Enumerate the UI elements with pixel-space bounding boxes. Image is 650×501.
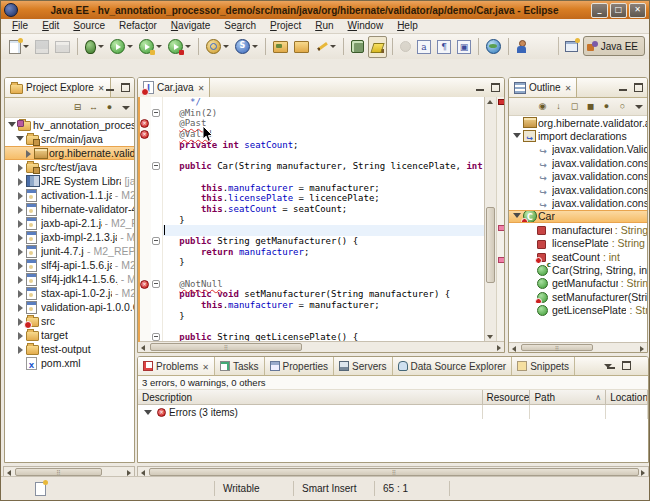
menu-window[interactable]: Window (341, 19, 391, 33)
error-marker-icon[interactable] (140, 119, 149, 128)
code-line[interactable] (163, 225, 484, 236)
tree-item-car-string-string-int-[interactable]: Car(String, String, int) (509, 263, 647, 276)
code-line[interactable]: } (163, 215, 484, 226)
tree-item-src-main-java[interactable]: src/main/java (5, 132, 134, 146)
code-line[interactable]: */ (163, 97, 484, 108)
collapse-arrow-icon[interactable] (144, 410, 152, 415)
expand-arrow-icon[interactable] (18, 262, 23, 270)
code-line[interactable]: this.manufacturer = manufacturer; (163, 300, 484, 311)
collapse-arrow-icon[interactable] (513, 133, 521, 138)
code-line[interactable]: return manufacturer; (163, 247, 484, 258)
tree-item-jaxb-impl-2-1-3-jar[interactable]: jaxb-impl-2.1.3.jar - M (5, 230, 134, 244)
tree-item-javax-validation-valid[interactable]: javax.validation.Valid (509, 143, 647, 156)
tree-item-setmanufacturer-string[interactable]: setManufacturer(String (509, 290, 647, 303)
tab-project-explorer[interactable]: Project Explore (5, 78, 111, 97)
editor-horizontal-scrollbar[interactable] (138, 341, 504, 352)
close-icon[interactable] (197, 82, 205, 93)
open-resource-button[interactable] (292, 37, 311, 57)
error-marker-icon[interactable] (140, 130, 149, 139)
annotate-dropdown[interactable] (313, 37, 338, 57)
expand-arrow-icon[interactable] (18, 318, 23, 326)
minimize-view-icon[interactable] (618, 82, 629, 92)
new-web-service-dropdown[interactable] (204, 37, 231, 57)
collapse-all-icon[interactable]: ⊟ (71, 101, 84, 114)
code-line[interactable] (163, 150, 484, 161)
expand-arrow-icon[interactable] (18, 234, 23, 242)
editor-overview-ruler[interactable] (496, 97, 504, 342)
hide-local-types-icon[interactable]: ○ (616, 100, 629, 113)
run-as-dropdown[interactable] (137, 37, 164, 57)
block-selection-button[interactable]: ▣ (455, 37, 473, 57)
close-window-icon[interactable]: ✕ (629, 3, 646, 18)
code-line[interactable]: this.licensePlate = licencePlate; (163, 193, 484, 204)
tree-item-pom-xml[interactable]: pom.xml (5, 356, 134, 370)
close-icon[interactable] (564, 82, 572, 93)
scrollbar-thumb[interactable] (150, 343, 302, 351)
tree-item-getlicenseplate-[interactable]: getLicensePlate() : Str (509, 303, 647, 316)
view-menu-icon[interactable] (604, 364, 612, 368)
outline-horizontal-scrollbar[interactable] (509, 342, 647, 352)
focus-icon[interactable]: ◉ (536, 100, 549, 113)
column-header-path[interactable]: Path∧ (530, 390, 606, 404)
tab-data-source-explorer[interactable]: Data Source Explorer (393, 357, 513, 375)
fold-collapse-icon[interactable] (152, 333, 160, 341)
tree-item-src-test-java[interactable]: src/test/java (5, 160, 134, 174)
sort-alphabetical-icon[interactable]: ↓ (552, 100, 565, 113)
expand-arrow-icon[interactable] (18, 220, 23, 228)
fold-collapse-icon[interactable] (152, 109, 160, 117)
tree-item-src[interactable]: src (5, 314, 134, 328)
code-line[interactable] (163, 172, 484, 183)
tree-item-seatcount[interactable]: seatCount : int (509, 250, 647, 263)
error-overview-marker[interactable] (498, 99, 505, 105)
tab-car-java[interactable]: Car.java (138, 78, 210, 97)
menu-project[interactable]: Project (263, 19, 308, 33)
collapse-arrow-icon[interactable] (8, 122, 16, 127)
editor-vertical-scrollbar[interactable] (484, 97, 496, 342)
open-type-button[interactable] (271, 37, 290, 57)
tree-item-javax-validation-constraints[interactable]: javax.validation.constraints (509, 183, 647, 196)
tree-item-javax-validation-constraints[interactable]: javax.validation.constraints (509, 196, 647, 209)
scroll-up-icon[interactable] (487, 100, 493, 104)
print-button[interactable] (53, 37, 72, 57)
view-menu-icon[interactable] (635, 105, 643, 109)
problems-group-row[interactable]: Errors (3 items) (138, 405, 648, 419)
expand-arrow-icon[interactable] (18, 332, 23, 340)
code-line[interactable]: public String getManufacturer() { (163, 236, 484, 247)
tree-item-slf4j-api-1-5-6-jar[interactable]: slf4j-api-1.5.6.jar - M2 (5, 258, 134, 272)
code-line[interactable] (163, 268, 484, 279)
open-web-browser-button[interactable] (484, 37, 503, 57)
error-marker-icon[interactable] (140, 280, 149, 289)
minimize-view-icon[interactable] (105, 82, 116, 92)
expand-arrow-icon[interactable] (26, 150, 31, 158)
menu-navigate[interactable]: Navigate (164, 19, 217, 33)
expand-arrow-icon[interactable] (18, 178, 23, 186)
tree-item-manufacturer[interactable]: manufacturer : String (509, 223, 647, 236)
tree-item-jre-system-library[interactable]: JRE System Library [ja (5, 174, 134, 188)
menu-edit[interactable]: Edit (35, 19, 66, 33)
code-line[interactable]: public Car(String manufacturer, String l… (163, 161, 484, 172)
tree-item-getmanufacturer-[interactable]: getManufacturer() : String (509, 277, 647, 290)
tab-servers[interactable]: Servers (334, 357, 392, 375)
code-line[interactable]: this.manufacturer = manufacturer; (163, 183, 484, 194)
scroll-down-icon[interactable] (487, 335, 493, 339)
scroll-left-icon[interactable] (512, 346, 516, 352)
menu-source[interactable]: Source (66, 19, 112, 33)
column-header-description[interactable]: Description (138, 390, 483, 404)
error-overview-marker[interactable] (498, 225, 505, 231)
show-whitespace-button[interactable]: ¶ (435, 37, 453, 57)
code-line[interactable]: } (163, 311, 484, 322)
run-dropdown[interactable] (108, 37, 135, 57)
next-annotation-button[interactable] (398, 37, 413, 57)
expand-arrow-icon[interactable] (18, 276, 23, 284)
fold-collapse-icon[interactable] (152, 280, 160, 288)
code-line[interactable] (163, 321, 484, 332)
filters-icon[interactable]: ● (103, 101, 116, 114)
column-header-location[interactable]: Location (606, 390, 648, 404)
tree-item-target[interactable]: target (5, 328, 134, 342)
tree-item-hv-annotation-processor-demo[interactable]: hv_annotation_processor_demo (5, 118, 134, 132)
server-tools-dropdown[interactable] (233, 37, 260, 57)
tree-item-org-hibernate-validator-ap-dem[interactable]: org.hibernate.validator.ap.demo (5, 146, 134, 160)
menu-refactor[interactable]: Refactor (112, 19, 164, 33)
expand-arrow-icon[interactable] (18, 248, 23, 256)
menu-run[interactable]: Run (308, 19, 340, 33)
